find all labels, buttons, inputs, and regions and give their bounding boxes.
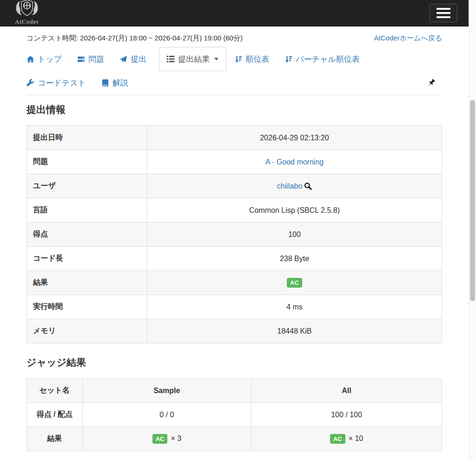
tab-label: 提出結果 [178,54,210,65]
book-icon [101,79,109,87]
tab-label: 提出 [131,54,146,65]
judge-cell: 0 / 0 [82,403,251,427]
submission-info-table: 提出日時2026-04-29 02:13:20問題A - Good mornin… [26,125,442,343]
judge-cell: AC× 10 [251,427,442,451]
table-row: 提出日時2026-04-29 02:13:20 [27,126,442,150]
status-badge: AC [152,434,168,444]
row-value: A - Good morning [147,150,442,174]
wrench-icon [26,79,34,87]
row-value: AC [147,271,442,295]
atcoder-crest-icon [10,0,44,18]
sort-icon [284,55,292,63]
row-label: 問題 [27,150,147,174]
user-link[interactable]: chiilabo [277,182,302,191]
main-content: コンテスト時間: 2026-04-27(月) 18:00 ~ 2026-04-2… [0,34,469,451]
caret-down-icon [214,57,219,61]
row-label: 提出日時 [27,126,147,150]
status-badge: AC [287,278,302,288]
table-row: 結果AC [27,271,442,295]
row-value: chiilabo [147,174,442,198]
submission-info-title: 提出情報 [26,103,442,116]
judge-results-title: ジャッジ結果 [26,356,442,369]
table-row: コード長238 Byte [27,247,442,271]
scrollbar-thumb[interactable] [470,100,475,301]
contest-bar: コンテスト時間: 2026-04-27(月) 18:00 ~ 2026-04-2… [26,34,442,43]
tab-results[interactable]: 提出結果 [159,47,226,71]
hamburger-menu-button[interactable] [430,4,457,22]
judge-header-row: セット名SampleAll [27,379,442,403]
judge-col-header: Sample [82,379,251,403]
row-label: 得点 [27,223,147,247]
judge-row: 得点 / 配点0 / 0100 / 100 [27,403,442,427]
row-label: ユーザ [27,174,147,198]
row-value: 238 Byte [147,247,442,271]
judge-cell: AC× 3 [82,427,251,451]
paper-plane-icon [119,55,127,63]
table-row: 問題A - Good morning [27,150,442,174]
tab-standings[interactable]: 順位表 [234,54,269,65]
atcoder-logo[interactable]: AtCoder [10,0,44,26]
contest-nav-row2: コードテスト解説 [26,71,442,95]
row-label: 実行時間 [27,295,147,319]
tab-label: コードテスト [38,78,86,88]
tab-virtual-standings[interactable]: バーチャル順位表 [284,54,360,65]
badge-count: × 3 [171,434,181,442]
contest-nav-row1: トップ問題提出提出結果順位表バーチャル順位表 [26,47,442,71]
badge-count: × 10 [349,434,364,442]
contest-time: コンテスト時間: 2026-04-27(月) 18:00 ~ 2026-04-2… [26,34,243,43]
tab-code-test[interactable]: コードテスト [26,78,86,88]
tab-submit[interactable]: 提出 [119,54,146,65]
tab-top[interactable]: トップ [26,54,62,65]
tab-editorial[interactable]: 解説 [101,78,128,88]
scrollbar-track[interactable] [469,0,476,460]
judge-cell: 100 / 100 [251,403,442,427]
tab-problems[interactable]: 問題 [77,54,104,65]
row-label: 結果 [27,271,147,295]
tab-label: トップ [38,54,62,65]
judge-results-table: セット名SampleAll 得点 / 配点0 / 0100 / 100結果AC×… [26,378,442,451]
table-row: ユーザchiilabo [27,174,442,198]
list-icon [166,55,175,63]
home-icon [26,55,34,63]
tab-label: 解説 [112,78,128,88]
search-icon[interactable] [304,182,312,190]
row-value: 4 ms [147,295,442,319]
table-row: メモリ18448 KiB [27,319,442,343]
judge-row-label: 結果 [27,427,83,451]
back-to-home-link[interactable]: AtCoderホームへ戻る [374,34,442,43]
row-label: コード長 [27,247,147,271]
judge-row: 結果AC× 3AC× 10 [27,427,442,451]
row-value: 18448 KiB [147,319,442,343]
tab-label: バーチャル順位表 [296,54,360,65]
viewport: AtCoder コンテスト時間: 2026-04-27(月) 18:00 ~ 2… [0,0,476,460]
row-value: 2026-04-29 02:13:20 [147,126,442,150]
brand-name: AtCoder [15,19,39,25]
row-value: Common Lisp (SBCL 2.5.8) [147,198,442,223]
sort-icon [234,55,242,63]
page: AtCoder コンテスト時間: 2026-04-27(月) 18:00 ~ 2… [0,0,469,460]
hamburger-icon [436,8,450,10]
problem-link[interactable]: A - Good morning [265,158,324,166]
tab-label: 順位表 [245,54,269,65]
row-label: 言語 [27,198,147,223]
user-cell: chiilabo [277,182,312,191]
tasks-icon [77,55,85,63]
status-badge: AC [330,434,345,444]
table-row: 得点100 [27,223,442,247]
pin-icon[interactable] [427,79,442,87]
table-row: 言語Common Lisp (SBCL 2.5.8) [27,198,442,223]
judge-col-header: All [251,379,442,403]
top-navbar: AtCoder [0,0,469,26]
row-label: メモリ [27,319,147,343]
judge-col-header: セット名 [27,379,83,403]
tab-label: 問題 [88,54,104,65]
judge-row-label: 得点 / 配点 [27,403,83,427]
table-row: 実行時間4 ms [27,295,442,319]
row-value: 100 [147,223,442,247]
